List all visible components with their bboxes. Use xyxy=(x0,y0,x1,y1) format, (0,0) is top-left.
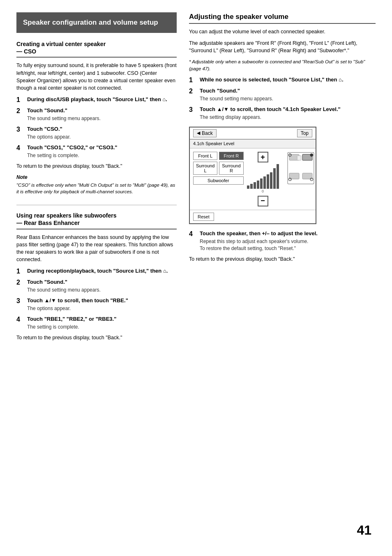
cso-note-text: "CSO" is effective only when "Multi Ch O… xyxy=(16,182,177,195)
rbe-step-3-content: Touch ▲/▼ to scroll, then touch "RBE." T… xyxy=(27,297,177,312)
rbe-step-num-3: 3 xyxy=(16,297,25,305)
bar-8 xyxy=(270,172,272,189)
speaker-level-panel: ◀ Back Top 4.1ch Speaker Level Front L F… xyxy=(189,127,316,224)
vol-step-4: 4 Touch the speaker, then +/– to adjust … xyxy=(189,230,376,252)
reset-button[interactable]: Reset xyxy=(193,213,214,221)
panel-back-button[interactable]: ◀ Back xyxy=(193,129,217,137)
rbe-step-4-desc: The setting is complete. xyxy=(27,324,177,331)
vol-step-4-content: Touch the speaker, then +/– to adjust th… xyxy=(200,230,376,252)
cso-step-3-content: Touch "CSO." The options appear. xyxy=(27,125,177,141)
step-number-4: 4 xyxy=(16,144,25,152)
section-cso: Creating a virtual center speaker — CSO … xyxy=(16,40,177,195)
vol-step-2-desc: The sound setting menu appears. xyxy=(200,95,376,102)
speaker-btn-surround-l[interactable]: Surround L xyxy=(193,162,217,175)
cso-back-text: To return to the previous display, touch… xyxy=(16,162,177,170)
svg-point-7 xyxy=(310,154,313,156)
vol-back-text: To return to the previous display, touch… xyxy=(189,255,376,263)
rbe-step-4-content: Touch "RBE1," "RBE2," or "RBE3." The set… xyxy=(27,315,177,331)
section-cso-header: Creating a virtual center speaker — CSO xyxy=(16,40,177,58)
speaker-diagram xyxy=(282,152,319,206)
vol-step-2: 2 Touch "Sound." The sound setting menu … xyxy=(189,87,376,102)
speaker-btn-front-l[interactable]: Front L xyxy=(193,152,217,160)
speaker-buttons-group: Front L Front R Surround L Surround R Su… xyxy=(193,152,244,206)
step-number-3: 3 xyxy=(16,125,25,133)
cso-step-1: 1 During disc/USB playback, touch "Sourc… xyxy=(16,96,177,104)
rbe-step-2-content: Touch "Sound." The sound setting menu ap… xyxy=(27,278,177,294)
vol-step-num-2: 2 xyxy=(189,87,197,95)
level-zero-label: 0 xyxy=(262,189,264,194)
cso-step-4-title: Touch "CSO1," "CSO2," or "CSO3." xyxy=(27,144,118,151)
svg-rect-5 xyxy=(297,156,301,160)
level-bars xyxy=(247,164,279,189)
speaker-btn-subwoofer[interactable]: Subwoofer xyxy=(193,176,244,185)
cso-note-label: Note xyxy=(16,174,177,181)
level-controls: + xyxy=(247,152,279,206)
vol-step-3-title: Touch ▲/▼ to scroll, then touch "4.1ch S… xyxy=(200,106,341,112)
right-column: Adjusting the speaker volume You can adj… xyxy=(189,12,376,351)
vol-step-num-1: 1 xyxy=(189,76,197,84)
vol-body1: You can adjust the volume level of each … xyxy=(189,28,376,35)
page-number: 41 xyxy=(357,521,371,540)
vol-step-num-4: 4 xyxy=(189,230,197,238)
cso-step-1-title: During disc/USB playback, touch "Source … xyxy=(27,96,167,102)
bar-3 xyxy=(254,182,256,189)
speaker-btn-front-r[interactable]: Front R xyxy=(219,152,243,160)
panel-title: 4.1ch Speaker Level xyxy=(190,139,316,148)
page-title: Speaker configuration and volume setup xyxy=(23,18,170,27)
rbe-step-1-content: During reception/playback, touch "Source… xyxy=(27,267,177,275)
section-rbe-header: Using rear speakers like subwoofers — Re… xyxy=(16,212,177,229)
vol-step-1: 1 While no source is selected, touch "So… xyxy=(189,76,376,84)
rbe-step-1: 1 During reception/playback, touch "Sour… xyxy=(16,267,177,275)
cso-body-text: To fully enjoy surround sound, it is pre… xyxy=(16,62,177,92)
cso-step-2: 2 Touch "Sound." The sound setting menu … xyxy=(16,107,177,122)
left-column: Speaker configuration and volume setup C… xyxy=(16,12,177,351)
speaker-row-front: Front L Front R xyxy=(193,152,244,160)
step-number-1: 1 xyxy=(16,96,25,104)
reset-label: Reset xyxy=(198,214,210,219)
panel-back-label: Back xyxy=(202,130,213,136)
cso-step-4: 4 Touch "CSO1," "CSO2," or "CSO3." The s… xyxy=(16,144,177,159)
cso-note: Note "CSO" is effective only when "Multi… xyxy=(16,174,177,195)
vol-step-2-title: Touch "Sound." xyxy=(200,88,240,94)
section-speaker-volume: Adjusting the speaker volume You can adj… xyxy=(189,12,376,263)
rbe-step-4-title: Touch "RBE1," "RBE2," or "RBE3." xyxy=(27,316,116,322)
cso-step-4-content: Touch "CSO1," "CSO2," or "CSO3." The set… xyxy=(27,144,177,159)
panel-top-label: Top xyxy=(301,130,309,136)
rbe-body-text: Rear Bass Enhancer enhances the bass sou… xyxy=(16,234,177,264)
rbe-step-2-desc: The sound setting menu appears. xyxy=(27,287,177,294)
vol-step-3-content: Touch ▲/▼ to scroll, then touch "4.1ch S… xyxy=(200,106,376,121)
panel-top-button[interactable]: Top xyxy=(297,129,312,137)
rbe-step-3-title: Touch ▲/▼ to scroll, then touch "RBE." xyxy=(27,297,128,303)
vol-step-3-desc: The setting display appears. xyxy=(200,114,376,121)
section-cso-heading: Creating a virtual center speaker — CSO xyxy=(16,40,177,55)
section-rbe-heading: Using rear speakers like subwoofers — Re… xyxy=(16,212,177,227)
section-vol-heading: Adjusting the speaker volume xyxy=(189,12,376,21)
back-arrow-icon: ◀ xyxy=(197,130,200,136)
cso-step-3: 3 Touch "CSO." The options appear. xyxy=(16,125,177,141)
speaker-btn-surround-r[interactable]: Surround R xyxy=(219,162,243,175)
level-plus-button[interactable]: + xyxy=(258,152,268,162)
vol-step-1-title: While no source is selected, touch "Sour… xyxy=(200,76,344,83)
rbe-step-2-title: Touch "Sound." xyxy=(27,279,67,285)
level-minus-button[interactable]: − xyxy=(258,196,268,206)
vol-body2: The adjustable speakers are "Front R" (F… xyxy=(189,39,376,54)
bar-9 xyxy=(273,168,276,189)
rbe-step-3: 3 Touch ▲/▼ to scroll, then touch "RBE."… xyxy=(16,297,177,312)
vol-step-4-desc: Repeat this step to adjust each speaker'… xyxy=(200,238,376,252)
panel-header: ◀ Back Top xyxy=(190,127,316,139)
cso-step-2-title: Touch "Sound." xyxy=(27,107,67,114)
rbe-step-num-1: 1 xyxy=(16,267,25,275)
title-box: Speaker configuration and volume setup xyxy=(16,12,177,33)
rbe-step-num-4: 4 xyxy=(16,315,25,323)
vol-step-2-content: Touch "Sound." The sound setting menu ap… xyxy=(200,87,376,102)
level-bar-container: 0 xyxy=(247,164,279,194)
step-number-2: 2 xyxy=(16,107,25,115)
bar-7 xyxy=(267,174,269,189)
bar-2 xyxy=(250,184,253,189)
cso-step-4-desc: The setting is complete. xyxy=(27,152,177,159)
bar-4 xyxy=(257,181,259,189)
bar-1 xyxy=(247,185,249,189)
speaker-row-surround: Surround L Surround R xyxy=(193,162,244,175)
cso-step-3-desc: The options appear. xyxy=(27,134,177,141)
vol-step-1-content: While no source is selected, touch "Sour… xyxy=(200,76,376,83)
